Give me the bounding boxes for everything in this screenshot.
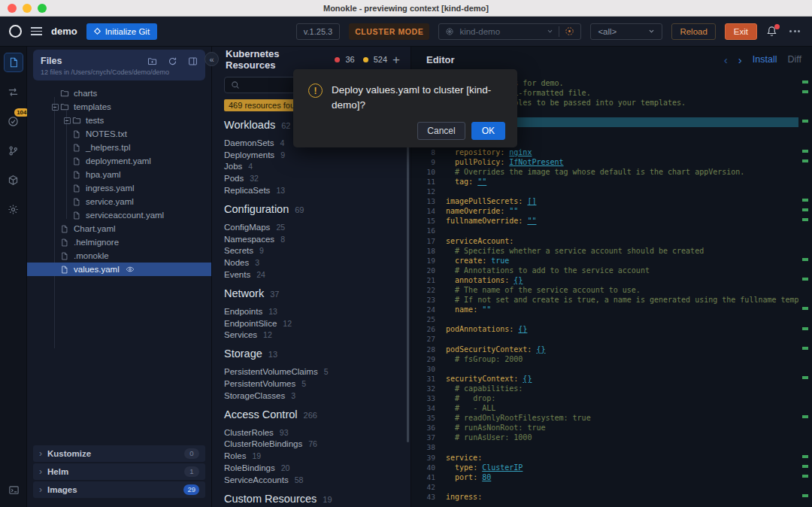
resource-kind-row[interactable]: Roles19 xyxy=(224,450,398,462)
git-icon[interactable] xyxy=(4,141,23,160)
resource-kind-row[interactable]: Nodes3 xyxy=(224,257,398,269)
expand-toggle-icon[interactable] xyxy=(50,104,60,111)
close-window-icon[interactable] xyxy=(8,4,17,13)
code-line[interactable]: 41 port: 80 xyxy=(411,472,798,482)
refresh-icon[interactable] xyxy=(168,56,177,66)
code-line[interactable]: 19 create: true xyxy=(411,256,798,266)
file-tree-item[interactable]: tests xyxy=(27,114,211,127)
code-line[interactable]: 26podAnnotations: {} xyxy=(411,324,798,334)
file-tree-item[interactable]: charts xyxy=(27,87,211,100)
code-line[interactable]: 12 xyxy=(411,187,798,196)
resource-kind-row[interactable]: ServiceAccounts58 xyxy=(224,474,398,486)
new-folder-icon[interactable] xyxy=(147,56,157,66)
notifications-bell-icon[interactable] xyxy=(766,26,777,37)
exit-button[interactable]: Exit xyxy=(725,23,757,40)
resource-kind-row[interactable]: ClusterRoleBindings76 xyxy=(224,439,398,451)
code-line[interactable]: 31securityContext: {} xyxy=(411,374,798,384)
minimize-window-icon[interactable] xyxy=(23,4,32,13)
code-line[interactable]: 40 type: ClusterIP xyxy=(411,463,798,472)
reload-button[interactable]: Reload xyxy=(671,23,715,40)
file-explorer-icon[interactable] xyxy=(4,53,23,72)
install-button[interactable]: Install xyxy=(753,54,777,65)
file-tree-item[interactable]: Chart.yaml xyxy=(27,222,211,235)
resource-kind-row[interactable]: Services12 xyxy=(224,329,398,342)
code-line[interactable]: 37 # runAsUser: 1000 xyxy=(411,433,798,442)
code-line[interactable]: 29 # fsGroup: 2000 xyxy=(411,354,798,364)
resource-group-header[interactable]: Network37 xyxy=(224,287,398,305)
cancel-button[interactable]: Cancel xyxy=(417,122,465,140)
collapse-panel-icon[interactable] xyxy=(188,56,198,66)
code-line[interactable]: 34 # - ALL xyxy=(411,403,798,413)
cluster-selector[interactable]: kind-demo xyxy=(438,23,581,40)
more-menu-icon[interactable] xyxy=(786,27,803,35)
add-resource-button[interactable]: + xyxy=(392,53,400,66)
resource-kind-row[interactable]: PersistentVolumes5 xyxy=(224,378,398,390)
code-line[interactable]: 17serviceAccount: xyxy=(411,236,798,246)
section-helm[interactable]: ›Helm1 xyxy=(33,463,205,480)
code-line[interactable]: 33 # drop: xyxy=(411,393,798,403)
file-tree-item[interactable]: service.yaml xyxy=(27,195,211,208)
file-tree-item[interactable]: _helpers.tpl xyxy=(27,141,211,154)
code-line[interactable]: 22 # The name of the service account to … xyxy=(411,285,798,295)
code-line[interactable]: 10 # Overrides the image tag whose defau… xyxy=(411,167,798,177)
resource-kind-row[interactable]: Namespaces8 xyxy=(224,233,398,245)
file-tree-item[interactable]: serviceaccount.yaml xyxy=(27,208,211,222)
settings-gear-icon[interactable] xyxy=(4,199,23,219)
resource-kind-row[interactable]: Deployments9 xyxy=(224,149,398,161)
expand-toggle-icon[interactable] xyxy=(62,117,72,124)
code-line[interactable]: 23 # If not set and create is true, a na… xyxy=(411,295,798,305)
resource-kind-row[interactable]: RoleBindings20 xyxy=(224,462,398,474)
menu-icon[interactable] xyxy=(31,27,42,35)
resource-kind-row[interactable]: ClusterRoles93 xyxy=(224,427,398,439)
resource-kind-row[interactable]: Jobs4 xyxy=(224,161,398,173)
file-tree-item[interactable]: .helmignore xyxy=(27,235,211,249)
code-line[interactable]: 24 name: "" xyxy=(411,305,798,314)
code-line[interactable]: 11 tag: "" xyxy=(411,177,798,187)
file-tree-item[interactable]: .monokle xyxy=(27,249,211,263)
file-tree-item[interactable]: NOTES.txt xyxy=(27,127,211,141)
resource-group-header[interactable]: Access Control266 xyxy=(224,408,398,427)
terminal-icon[interactable] xyxy=(4,480,23,499)
resource-kind-row[interactable]: Endpoints13 xyxy=(224,305,398,317)
code-line[interactable]: 42 xyxy=(411,482,798,492)
code-line[interactable]: 9 pullPolicy: IfNotPresent xyxy=(411,157,798,167)
code-line[interactable]: 25 xyxy=(411,314,798,324)
code-line[interactable]: 27 xyxy=(411,334,798,344)
resource-kind-row[interactable]: PersistentVolumeClaims5 xyxy=(224,366,398,378)
code-line[interactable]: 21 annotations: {} xyxy=(411,275,798,285)
file-tree-item[interactable]: templates xyxy=(27,100,211,114)
code-line[interactable]: 36 # runAsNonRoot: true xyxy=(411,423,798,433)
section-kustomize[interactable]: ›Kustomize0 xyxy=(33,445,205,462)
code-line[interactable]: 39service: xyxy=(411,453,798,463)
code-line[interactable]: 15fullnameOverride: "" xyxy=(411,216,798,226)
code-line[interactable]: 28podSecurityContext: {} xyxy=(411,345,798,354)
preview-eye-icon[interactable] xyxy=(126,265,135,274)
code-line[interactable]: 14nameOverride: "" xyxy=(411,206,798,216)
code-line[interactable]: 8 repository: nginx xyxy=(411,147,798,157)
code-line[interactable]: 43ingress: xyxy=(411,492,798,502)
file-tree-item[interactable]: hpa.yaml xyxy=(27,168,211,181)
collapse-left-panel-button[interactable]: « xyxy=(205,52,219,66)
code-line[interactable]: 30 xyxy=(411,364,798,374)
cluster-status-icon[interactable] xyxy=(565,26,574,36)
resource-kind-row[interactable]: ReplicaSets13 xyxy=(224,184,398,196)
file-tree-item[interactable]: values.yaml xyxy=(27,263,211,276)
compare-icon[interactable] xyxy=(4,82,23,102)
code-line[interactable]: 38 xyxy=(411,442,798,452)
validation-icon[interactable]: 104 xyxy=(4,111,23,131)
file-tree-item[interactable]: ingress.yaml xyxy=(27,181,211,195)
code-line[interactable]: 20 # Annotations to add to the service a… xyxy=(411,266,798,275)
initialize-git-button[interactable]: Initialize Git xyxy=(86,23,157,40)
resource-group-header[interactable]: Configuration69 xyxy=(224,203,398,221)
maximize-window-icon[interactable] xyxy=(38,4,47,13)
resource-kind-row[interactable]: ConfigMaps25 xyxy=(224,221,398,233)
code-line[interactable]: 16 xyxy=(411,226,798,235)
plugins-icon[interactable] xyxy=(4,170,23,190)
code-line[interactable]: 35 # readOnlyRootFilesystem: true xyxy=(411,413,798,423)
code-line[interactable]: 13imagePullSecrets: [] xyxy=(411,196,798,206)
resource-kind-row[interactable]: EndpointSlice12 xyxy=(224,317,398,329)
next-resource-icon[interactable]: › xyxy=(738,54,742,65)
namespace-selector[interactable]: <all> xyxy=(590,23,662,40)
resource-kind-row[interactable]: Events24 xyxy=(224,269,398,281)
resource-kind-row[interactable]: Secrets9 xyxy=(224,245,398,257)
